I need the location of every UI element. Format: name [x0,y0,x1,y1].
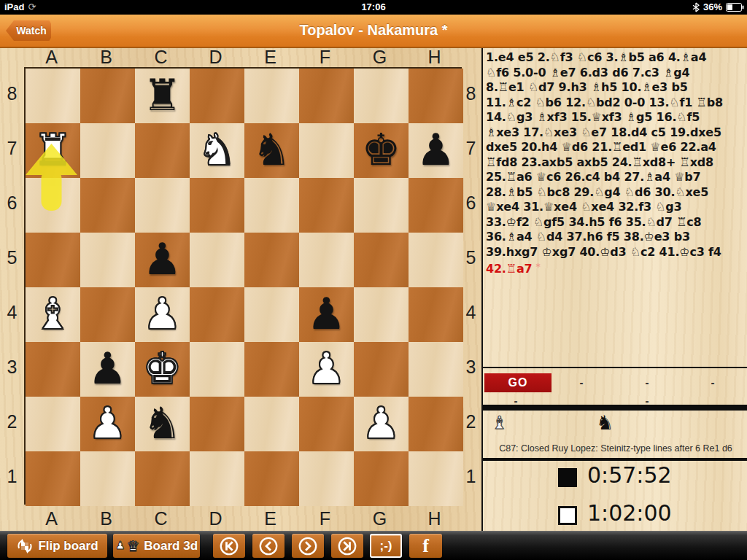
black-pawn-c5[interactable]: ♟ [135,233,190,287]
square-e8[interactable] [244,69,299,123]
square-h7[interactable]: ♟ [409,123,463,178]
board-3d-button[interactable]: ♟ ♛ Board 3d [113,534,200,558]
square-g7[interactable]: ♚ [354,123,409,178]
white-bishop-a4[interactable]: ♝ [26,287,80,342]
black-rook-c8[interactable]: ♜ [135,69,190,123]
black-knight-c2[interactable]: ♞ [135,397,190,451]
square-c7[interactable] [135,123,190,178]
square-a8[interactable] [26,69,80,123]
white-pawn-c4[interactable]: ♟ [135,287,190,342]
square-e1[interactable] [244,451,299,506]
square-a2[interactable] [26,397,80,451]
square-f2[interactable] [299,397,354,451]
square-c4[interactable]: ♟ [135,287,190,342]
square-h6[interactable] [409,178,463,233]
square-c6[interactable] [135,178,190,233]
square-g6[interactable] [354,178,409,233]
square-b2[interactable]: ♟ [80,397,135,451]
square-g5[interactable] [354,233,409,287]
square-f5[interactable] [299,233,354,287]
square-d6[interactable] [190,178,244,233]
black-pawn-b3[interactable]: ♟ [80,342,135,397]
move-line[interactable]: ♕xe4 31.♕xe4 ♘xe4 32.f3 ♘g3 [486,200,746,215]
white-pawn-f3[interactable]: ♟ [299,342,354,397]
square-e5[interactable] [244,233,299,287]
square-h3[interactable] [409,342,463,397]
move-line[interactable]: ♖fd8 23.axb5 axb5 24.♖xd8+ ♖xd8 [486,155,746,171]
move-line[interactable]: ♘f6 5.0-0 ♗e7 6.d3 d6 7.c3 ♗g4 [486,66,746,81]
next-move-button[interactable] [292,534,324,558]
square-f4[interactable]: ♟ [299,287,354,342]
square-b1[interactable] [80,451,135,506]
square-b5[interactable] [80,233,135,287]
square-h5[interactable] [409,233,463,287]
move-line[interactable]: 11.♗c2 ♘b6 12.♘bd2 0-0 13.♘f1 ♖b8 [486,96,746,111]
square-a1[interactable] [26,451,80,506]
square-c1[interactable] [135,451,190,506]
square-c8[interactable]: ♜ [135,69,190,123]
square-e7[interactable]: ♞ [244,123,299,178]
square-h2[interactable] [409,397,463,451]
square-a5[interactable] [26,233,80,287]
square-e6[interactable] [244,178,299,233]
square-f3[interactable]: ♟ [299,342,354,397]
move-line[interactable]: 39.hxg7 ♔xg7 40.♔d3 ♘c2 41.♔c3 f4 [486,245,746,260]
square-c3[interactable]: ♚ [135,342,190,397]
go-to-end-button[interactable] [331,534,363,558]
black-pawn-f4[interactable]: ♟ [299,287,354,342]
square-b8[interactable] [80,69,135,123]
chat-smiley-button[interactable]: ;-) [370,534,402,558]
square-b4[interactable] [80,287,135,342]
move-line[interactable]: 36.♗a4 ♘d4 37.h6 f5 38.♔e3 b3 [486,230,746,245]
move-line[interactable]: 8.♖e1 ♘d7 9.h3 ♗h5 10.♗e3 b5 [486,80,746,96]
white-knight-d7[interactable]: ♞ [190,123,244,178]
square-h4[interactable] [409,287,463,342]
square-a3[interactable] [26,342,80,397]
square-f7[interactable] [299,123,354,178]
go-to-start-button[interactable] [213,534,245,558]
square-f1[interactable] [299,451,354,506]
square-d2[interactable] [190,397,244,451]
square-d5[interactable] [190,233,244,287]
square-g4[interactable] [354,287,409,342]
black-knight-e7[interactable]: ♞ [244,123,299,178]
flip-board-button[interactable]: Flip board [7,534,107,558]
square-b3[interactable]: ♟ [80,342,135,397]
square-d8[interactable] [190,69,244,123]
go-button[interactable]: GO [484,373,551,392]
square-a4[interactable]: ♝ [26,287,80,342]
move-line[interactable]: 33.♔f2 ♘gf5 34.h5 f6 35.♘d7 ♖c8 [486,215,746,230]
square-e3[interactable] [244,342,299,397]
square-c2[interactable]: ♞ [135,397,190,451]
square-f6[interactable] [299,178,354,233]
square-d4[interactable] [190,287,244,342]
square-d3[interactable] [190,342,244,397]
square-a6[interactable] [26,178,80,233]
square-g3[interactable] [354,342,409,397]
move-list[interactable]: 1.e4 e5 2.♘f3 ♘c6 3.♗b5 a6 4.♗a4♘f6 5.0-… [486,50,746,275]
move-line[interactable]: 25.♖a6 ♕c6 26.c4 b4 27.♗a4 ♕b7 [486,170,746,185]
square-f8[interactable] [299,69,354,123]
square-e2[interactable] [244,397,299,451]
move-line[interactable]: dxe5 20.h4 ♕d6 21.♖ed1 ♕e6 22.a4 [486,140,746,155]
square-a7[interactable]: ♜ [26,123,80,178]
square-g8[interactable] [354,69,409,123]
square-d7[interactable]: ♞ [190,123,244,178]
last-move-text[interactable]: 42.♖a7 [486,262,532,275]
square-g1[interactable] [354,451,409,506]
move-line-current[interactable]: 42.♖a7* [486,260,746,275]
black-pawn-h7[interactable]: ♟ [409,123,463,178]
white-pawn-g2[interactable]: ♟ [354,397,409,451]
square-b7[interactable] [80,123,135,178]
square-b6[interactable] [80,178,135,233]
square-h8[interactable] [409,69,463,123]
square-e4[interactable] [244,287,299,342]
square-h1[interactable] [409,451,463,506]
white-pawn-b2[interactable]: ♟ [80,397,135,451]
move-line[interactable]: ♗xe3 17.♘xe3 ♘e7 18.d4 c5 19.dxe5 [486,125,746,141]
square-d1[interactable] [190,451,244,506]
square-c5[interactable]: ♟ [135,233,190,287]
move-line[interactable]: 14.♘g3 ♗xf3 15.♕xf3 ♗g5 16.♘f5 [486,110,746,125]
previous-move-button[interactable] [252,534,285,558]
move-line[interactable]: 28.♗b5 ♘bc8 29.♘g4 ♘d6 30.♘xe5 [486,185,746,201]
